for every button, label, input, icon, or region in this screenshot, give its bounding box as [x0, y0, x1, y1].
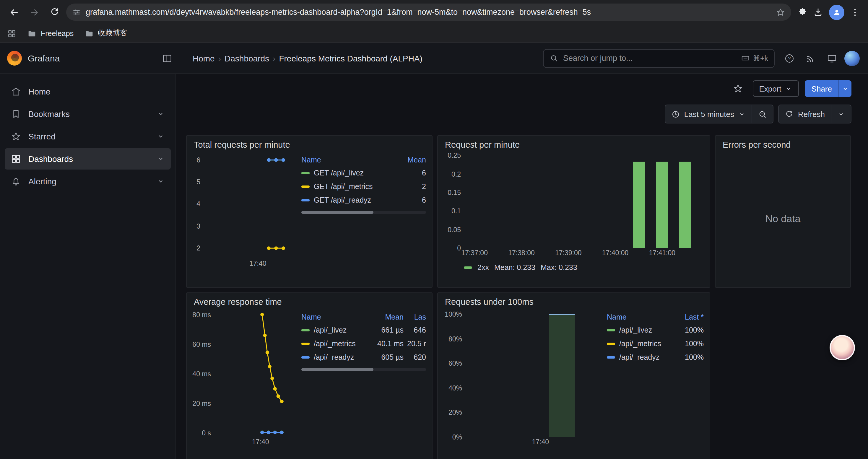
refresh-interval-button[interactable] [831, 105, 851, 123]
legend-row[interactable]: GET /api/_metrics 2 [301, 179, 426, 193]
legend-header-last[interactable]: Last * [673, 313, 704, 321]
grafana-logo[interactable] [7, 51, 22, 66]
chevron-down-icon[interactable] [157, 110, 165, 118]
legend-scrollbar[interactable] [301, 368, 426, 371]
site-info-icon[interactable] [72, 8, 81, 17]
axis-tick: 17:40:00 [602, 249, 629, 256]
legend-header-name[interactable]: Name [607, 313, 673, 321]
axis-tick: 17:37:00 [461, 249, 488, 256]
chevron-right-icon: › [273, 54, 275, 63]
series-swatch-yellow [607, 342, 615, 345]
favorite-button[interactable] [729, 80, 747, 97]
dashboard-main: Export Share [176, 74, 868, 459]
legend-series-2xx[interactable]: 2xx [477, 263, 489, 272]
panel-title[interactable]: Request per minute [438, 136, 710, 151]
axis-tick: 40% [448, 384, 462, 392]
legend-row[interactable]: GET /api/_readyz 6 [301, 193, 426, 207]
sidebar-item-alerting[interactable]: Alerting [5, 171, 171, 192]
axis-tick: 0% [452, 433, 462, 441]
display-button[interactable] [823, 49, 841, 67]
search-input[interactable]: Search or jump to... ⌘+k [543, 49, 775, 68]
sidebar-item-dashboards[interactable]: Dashboards [5, 148, 171, 169]
chevron-down-icon[interactable] [157, 132, 165, 140]
browser-profile-avatar[interactable] [829, 4, 844, 20]
apps-grid-button[interactable] [7, 29, 17, 38]
reload-button[interactable] [46, 4, 63, 21]
legend-header-mean[interactable]: Mean [399, 156, 426, 164]
panel-title[interactable]: Total requests per minute [187, 136, 432, 151]
dashboards-icon [11, 154, 21, 164]
panel-title[interactable]: Requests under 100ms [438, 293, 710, 308]
share-button[interactable]: Share [805, 80, 838, 97]
user-avatar[interactable] [844, 51, 860, 66]
panel-grid: Total requests per minute 65432 17:40 [186, 135, 851, 459]
breadcrumb: Home › Dashboards › Freeleaps Metrics Da… [193, 54, 423, 63]
panel-title[interactable]: Average response time [187, 293, 432, 308]
bookmark-item-freeleaps[interactable]: Freeleaps [27, 29, 73, 38]
legend-header-name[interactable]: Name [301, 156, 399, 164]
back-button[interactable] [6, 4, 23, 21]
legend-row[interactable]: /api/_metrics 100% [607, 337, 704, 350]
legend-row[interactable]: /api/_readyz 100% [607, 350, 704, 364]
legend-row[interactable]: GET /api/_livez 6 [301, 166, 426, 179]
news-button[interactable] [802, 49, 819, 67]
chevron-down-icon[interactable] [157, 177, 165, 186]
panel-title[interactable]: Errors per second [716, 136, 850, 151]
panel-requests-under-100ms: Requests under 100ms 100%80%60%40%20%0% … [437, 292, 710, 459]
bar [656, 162, 668, 248]
header-icons: ? [780, 49, 860, 67]
floating-avatar[interactable] [830, 335, 855, 360]
legend-scrollbar[interactable] [301, 211, 426, 214]
url-bar[interactable]: grafana.mathmast.com/d/deytv4rwavabkb/fr… [66, 4, 791, 21]
legend-row[interactable]: /api/_livez 661 µs 646 [301, 323, 426, 337]
legend-header-mean[interactable]: Mean [368, 313, 404, 321]
sidebar-collapse-button[interactable] [158, 49, 176, 67]
axis-tick: 0 s [202, 429, 211, 437]
legend-row[interactable]: /api/_readyz 605 µs 620 [301, 350, 426, 364]
breadcrumb-home[interactable]: Home [193, 54, 215, 63]
legend-row[interactable]: /api/_metrics 40.1 ms 20.5 r [301, 337, 426, 350]
sidebar-item-home[interactable]: Home [5, 81, 171, 102]
legend-header-name[interactable]: Name [301, 313, 368, 321]
axis-tick: 20% [448, 408, 462, 417]
breadcrumb-dashboards[interactable]: Dashboards [224, 54, 269, 63]
search-placeholder: Search or jump to... [563, 54, 736, 63]
legend-header-last[interactable]: Las [404, 313, 426, 321]
toolbar-actions [795, 4, 862, 20]
grafana-app: Grafana Home › Dashboards › Freeleaps Me… [0, 43, 868, 459]
bookmark-star-icon[interactable] [776, 7, 785, 17]
legend-table: Name Mean GET /api/_livez 6 GET /api/_me… [294, 154, 427, 287]
chevron-down-icon [841, 85, 849, 93]
avg-response-chart[interactable] [214, 311, 294, 437]
axis-tick: 17:40 [532, 438, 549, 446]
search-icon [550, 54, 558, 63]
chart-canvas [214, 311, 294, 437]
zoom-out-button[interactable] [752, 105, 773, 123]
request-per-minute-chart[interactable] [464, 155, 701, 248]
download-icon [813, 7, 823, 17]
refresh-button[interactable]: Refresh [779, 105, 831, 123]
bookmark-item-blogs[interactable]: 收藏博客 [84, 28, 127, 38]
axis-tick: 60% [448, 359, 462, 368]
downloads-button[interactable] [813, 7, 823, 17]
share-menu-button[interactable] [838, 80, 851, 97]
forward-button[interactable] [26, 4, 42, 21]
export-button[interactable]: Export [752, 80, 799, 97]
total-requests-chart[interactable] [203, 154, 294, 259]
folder-icon [27, 29, 37, 38]
under-100ms-chart[interactable] [465, 311, 600, 437]
axis-tick: 100% [445, 310, 462, 319]
chevron-down-icon[interactable] [157, 155, 165, 163]
sidebar-item-starred[interactable]: Starred [5, 126, 171, 147]
help-button[interactable]: ? [780, 49, 798, 67]
axis-tick: 0.05 [447, 225, 461, 234]
url-text: grafana.mathmast.com/d/deytv4rwavabkb/fr… [86, 8, 771, 17]
legend-table: Name Last * /api/_livez 100% /api/_metri… [600, 311, 705, 459]
back-icon [9, 7, 20, 18]
browser-menu-button[interactable] [850, 7, 860, 17]
extensions-button[interactable] [797, 7, 807, 17]
time-range-picker[interactable]: Last 5 minutes [665, 105, 752, 123]
axis-tick: 0.2 [452, 170, 461, 178]
legend-row[interactable]: /api/_livez 100% [607, 323, 704, 337]
sidebar-item-bookmarks[interactable]: Bookmarks [5, 103, 171, 125]
